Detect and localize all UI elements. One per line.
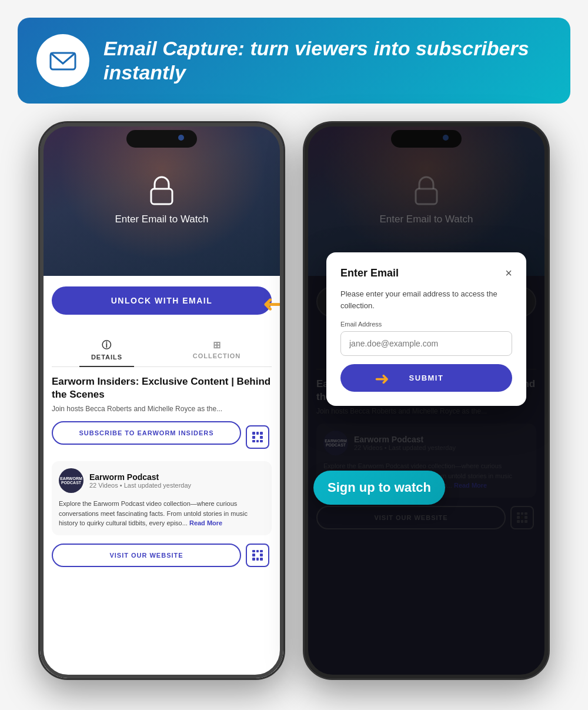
tabs-left: ⓘ DETAILS ⊞ COLLECTION [52, 334, 272, 367]
modal-title: Enter Email [340, 267, 399, 279]
qr-button-subscribe[interactable] [246, 425, 269, 449]
phone-right: Enter Email to Watch S ⓘ DETAILS ⊞ COLLE… [303, 121, 550, 680]
modal-email-label: Email Address [340, 321, 512, 328]
modal-email-input[interactable] [340, 331, 512, 356]
qr-icon-2 [252, 550, 263, 561]
modal-header: Enter Email × [340, 266, 512, 280]
email-modal: Enter Email × Please enter your email ad… [326, 252, 526, 406]
subscribe-button[interactable]: SUBSCRIBE TO EARWORM INSIDERS [52, 421, 241, 445]
signup-badge: Sign up to watch [313, 471, 445, 505]
visit-row-left: VISIT OUR WEBSITE [52, 544, 272, 567]
tab-collection[interactable]: ⊞ COLLECTION [162, 334, 272, 366]
details-icon: ⓘ [52, 339, 162, 352]
podcast-header-left: EARWORMPODCAST Earworm Podcast 22 Videos… [59, 468, 265, 493]
svg-rect-1 [151, 189, 172, 204]
modal-submit-button[interactable]: SUBMIT [340, 364, 512, 392]
tab-details[interactable]: ⓘ DETAILS [52, 334, 162, 366]
qr-button-visit-left[interactable] [246, 544, 269, 567]
podcast-logo-left: EARWORMPODCAST [59, 468, 83, 493]
podcast-name-left: Earworm Podcast [89, 472, 191, 482]
podcast-card-left: EARWORMPODCAST Earworm Podcast 22 Videos… [52, 461, 272, 535]
subscribe-row: SUBSCRIBE TO EARWORM INSIDERS [52, 421, 272, 453]
email-icon-circle [36, 34, 89, 87]
phone-left: Enter Email to Watch UNLOCK WITH EMAIL ➜… [38, 121, 285, 680]
phones-container: Enter Email to Watch UNLOCK WITH EMAIL ➜… [0, 121, 588, 680]
modal-close-button[interactable]: × [505, 266, 512, 280]
podcast-desc-left: Explore the Earworm Podcast video collec… [59, 499, 265, 528]
podcast-meta-left: 22 Videos • Last updated yesterday [89, 482, 191, 489]
lock-container: Enter Email to Watch [115, 174, 208, 225]
phone-screen-left: Enter Email to Watch UNLOCK WITH EMAIL ➜… [40, 123, 283, 678]
header-banner: Email Capture: turn viewers into subscri… [18, 18, 570, 104]
email-icon [48, 46, 78, 75]
unlock-button[interactable]: UNLOCK WITH EMAIL [52, 286, 272, 315]
phone-notch-left [126, 130, 197, 148]
visit-button-left[interactable]: VISIT OUR WEBSITE [52, 544, 241, 567]
header-title: Email Capture: turn viewers into subscri… [103, 36, 552, 85]
collection-icon: ⊞ [162, 339, 272, 351]
modal-overlay: Enter Email × Please enter your email ad… [305, 123, 548, 678]
qr-icon [252, 432, 263, 442]
content-title-left: Earworm Insiders: Exclusive Content | Be… [52, 375, 272, 401]
phone-screen-right: Enter Email to Watch S ⓘ DETAILS ⊞ COLLE… [305, 123, 548, 678]
phone-content-left: UNLOCK WITH EMAIL ➜ ⓘ DETAILS ⊞ COLLECTI… [40, 276, 283, 586]
side-btn [284, 194, 285, 217]
side-btn [284, 223, 285, 246]
lock-icon [146, 174, 177, 208]
modal-desc: Please enter your email address to acces… [340, 288, 512, 311]
enter-email-label: Enter Email to Watch [115, 214, 208, 225]
read-more-left[interactable]: Read More [189, 519, 222, 526]
side-btn [38, 205, 39, 241]
content-desc-left: Join hosts Becca Roberts and Michelle Ro… [52, 405, 272, 413]
